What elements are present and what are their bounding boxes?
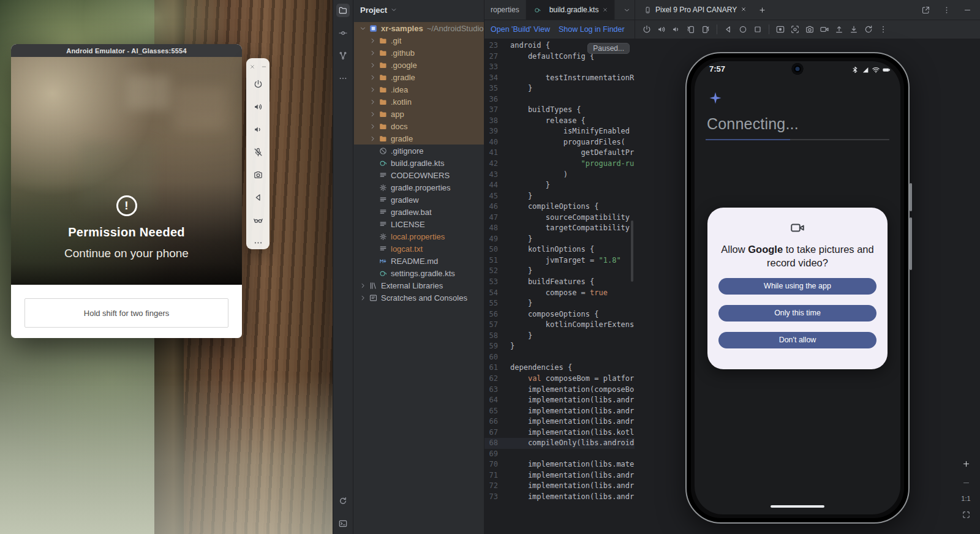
back-button[interactable]	[722, 23, 735, 36]
minimize-button[interactable]	[960, 3, 974, 17]
tab-build-gradle-kts[interactable]: build.gradle.kts	[526, 0, 616, 20]
reset-button[interactable]	[862, 23, 875, 36]
code-area[interactable]: 23android {27 defaultConfig {3334 testIn…	[484, 39, 635, 534]
emulator-titlebar[interactable]: Android Emulator - AI_Glasses:5554	[11, 44, 242, 57]
code-line-37[interactable]: 37 buildTypes {	[484, 105, 635, 116]
tree-item-gradle[interactable]: gradle	[354, 132, 484, 145]
commit-button[interactable]	[336, 26, 350, 40]
terminal-button[interactable]	[336, 517, 350, 530]
editor-scrollbar[interactable]	[631, 220, 633, 282]
code-line-35[interactable]: 35 }	[484, 83, 635, 94]
tree-item-gradle[interactable]: .gradle	[354, 71, 484, 83]
code-line-65[interactable]: 65 implementation(libs.andr	[484, 406, 635, 417]
code-line-60[interactable]: 60	[484, 352, 635, 363]
tree-item-external-libraries[interactable]: External Libraries	[354, 279, 484, 291]
code-line-40[interactable]: 40 proguardFiles(	[484, 137, 635, 148]
tree-item-idea[interactable]: .idea	[354, 83, 484, 96]
code-line-66[interactable]: 66 implementation(libs.andr	[484, 416, 635, 427]
code-line-54[interactable]: 54 compose = true	[484, 288, 635, 299]
code-line-69[interactable]: 69	[484, 449, 635, 460]
video-button[interactable]	[818, 23, 831, 36]
code-line-72[interactable]: 72 implementation(libs.andr	[484, 481, 635, 492]
more-h-button[interactable]	[336, 72, 350, 85]
mic-off-button[interactable]	[251, 145, 265, 159]
code-line-55[interactable]: 55 }	[484, 298, 635, 309]
tree-item-readme-md[interactable]: README.md	[354, 255, 484, 267]
tree-item-docs[interactable]: docs	[354, 120, 484, 132]
code-line-48[interactable]: 48 targetCompatibility	[484, 223, 635, 234]
show-log-link[interactable]: Show Log in Finder	[559, 25, 625, 34]
code-line-62[interactable]: 62 val composeBom = platfor	[484, 374, 635, 385]
code-line-59[interactable]: 59}	[484, 341, 635, 352]
tree-item-gitignore[interactable]: .gitignore	[354, 145, 484, 157]
home-indicator[interactable]	[771, 505, 824, 508]
tree-item-google[interactable]: .google	[354, 59, 484, 71]
power-button[interactable]	[251, 77, 265, 91]
tree-item-gradlew-bat[interactable]: gradlew.bat	[354, 206, 484, 218]
project-folder-button[interactable]	[336, 4, 350, 17]
code-line-56[interactable]: 56 composeOptions {	[484, 309, 635, 320]
volume-up-button[interactable]	[655, 23, 668, 36]
fit-screen-button[interactable]	[959, 508, 973, 521]
camera-button[interactable]	[251, 168, 265, 181]
screen-record-button[interactable]	[774, 23, 787, 36]
rotate-right-button[interactable]	[699, 23, 712, 36]
code-line-50[interactable]: 50 kotlinOptions {	[484, 244, 635, 255]
code-line-53[interactable]: 53 buildFeatures {	[484, 277, 635, 288]
tree-item-license[interactable]: LICENSE	[354, 218, 484, 230]
rotate-left-button[interactable]	[684, 23, 698, 36]
screenshot-button[interactable]	[788, 23, 802, 36]
dialog-button-don-t-allow[interactable]: Don't allow	[718, 332, 876, 348]
tree-item-scratches-and-consoles[interactable]: Scratches and Consoles	[354, 291, 484, 304]
camera-button[interactable]	[803, 23, 816, 36]
upload-button[interactable]	[832, 23, 846, 36]
more-h-button[interactable]	[251, 236, 265, 249]
emulator-screen[interactable]: ! Permission Needed Continue on your pho…	[11, 57, 242, 285]
overview-button[interactable]	[751, 23, 764, 36]
toolbar-minimize-icon[interactable]	[261, 64, 267, 70]
tree-item-build-gradle-kts[interactable]: build.gradle.kts	[354, 157, 484, 169]
sync-button[interactable]	[336, 494, 350, 508]
code-line-64[interactable]: 64 implementation(libs.andr	[484, 395, 635, 406]
zoom-in-button[interactable]	[959, 457, 973, 470]
power-button[interactable]	[640, 23, 654, 36]
tree-item-codeowners[interactable]: CODEOWNERS	[354, 169, 484, 181]
tree-item-app[interactable]: app	[354, 108, 484, 120]
code-line-36[interactable]: 36	[484, 94, 635, 105]
more-v-button[interactable]	[876, 23, 890, 36]
code-line-51[interactable]: 51 jvmTarget = "1.8"	[484, 255, 635, 266]
volume-down-button[interactable]	[251, 122, 265, 136]
code-line-58[interactable]: 58 }	[484, 331, 635, 342]
volume-down-button[interactable]	[669, 23, 683, 36]
code-line-61[interactable]: 61dependencies {	[484, 363, 635, 374]
device-tab[interactable]: Pixel 9 Pro API CANARY	[639, 0, 752, 20]
code-line-47[interactable]: 47 sourceCompatibility	[484, 212, 635, 224]
toolbar-close-icon[interactable]	[249, 64, 255, 70]
device-tab-close-icon[interactable]	[741, 6, 747, 14]
home-button[interactable]	[736, 23, 750, 36]
code-line-49[interactable]: 49 }	[484, 234, 635, 245]
code-line-33[interactable]: 33	[484, 62, 635, 73]
tree-item-gradle-properties[interactable]: gradle.properties	[354, 181, 484, 194]
zoom-level[interactable]: 1:1	[961, 495, 970, 502]
code-line-57[interactable]: 57 kotlinCompilerExtens	[484, 320, 635, 331]
new-tab-button[interactable]	[755, 3, 769, 17]
tree-item-github[interactable]: .github	[354, 47, 484, 59]
code-line-41[interactable]: 41 getDefaultPr	[484, 148, 635, 159]
open-build-view-link[interactable]: Open 'Build' View	[491, 25, 550, 34]
zoom-out-button[interactable]	[959, 476, 973, 489]
glasses-button[interactable]	[251, 213, 265, 227]
code-line-45[interactable]: 45 }	[484, 191, 635, 202]
code-line-67[interactable]: 67 implementation(libs.kotl	[484, 427, 635, 438]
code-line-39[interactable]: 39 isMinifyEnabled	[484, 126, 635, 137]
tree-item-logcat-txt[interactable]: logcat.txt	[354, 243, 484, 255]
tree-item-xr-samples[interactable]: xr-samples~/AndroidStudioProj	[354, 22, 484, 34]
hidden-tabs-icon[interactable]	[623, 0, 631, 20]
code-line-68[interactable]: 68 compileOnly(libs.android	[484, 438, 635, 449]
tab-close-icon[interactable]	[602, 7, 608, 13]
download-button[interactable]	[847, 23, 861, 36]
code-line-46[interactable]: 46 compileOptions {	[484, 201, 635, 212]
code-line-71[interactable]: 71 implementation(libs.andr	[484, 470, 635, 481]
tab-gradle-properties[interactable]: roperties	[484, 0, 526, 20]
tree-item-gradlew[interactable]: gradlew	[354, 194, 484, 206]
